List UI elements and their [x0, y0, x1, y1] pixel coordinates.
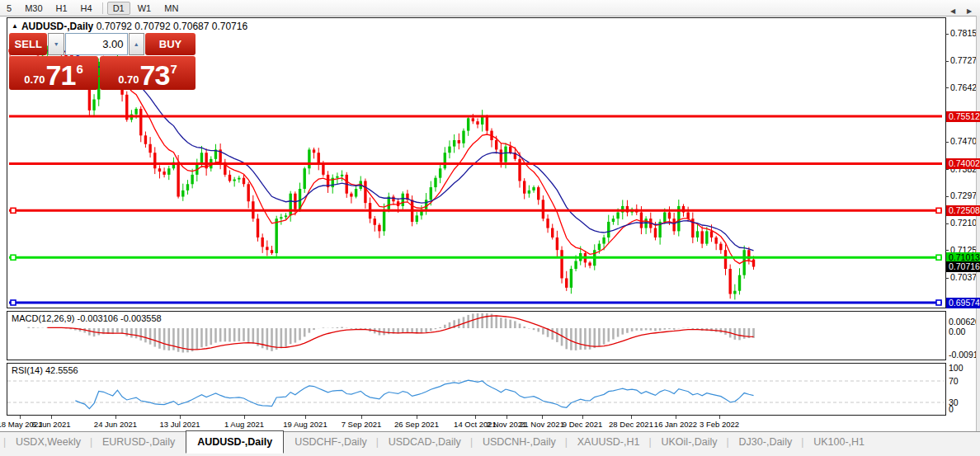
window-edge-strip: [976, 16, 980, 431]
main-price-chart[interactable]: ▲AUDUSD-,Daily 0.70792 0.70792 0.70687 0…: [7, 17, 946, 308]
date-tick: [244, 416, 245, 419]
macd-axis-label: 0.00: [949, 327, 979, 336]
rsi-label: RSI(14) 42.5556: [12, 365, 78, 375]
tab-scroll-left-icon[interactable]: ◀: [950, 7, 955, 15]
macd-axis-label: -0.0091935: [949, 350, 979, 360]
ask-price-display[interactable]: 0.70 73 7: [100, 56, 196, 90]
rsi-indicator-panel[interactable]: RSI(14) 42.5556: [7, 363, 946, 416]
date-axis-label: 7 Sep 2021: [342, 420, 382, 429]
price-axis-tick: [945, 278, 949, 279]
quote-header: ▲AUDUSD-,Daily 0.70792 0.70792 0.70687 0…: [12, 21, 247, 32]
bid-price-prefix: 0.70: [24, 73, 45, 86]
one-click-trading-panel: SELL ▼ 3.00 ▲ BUY 0.70 71 6 0.70 73 7: [9, 33, 196, 90]
date-axis-label: 1 Aug 2021: [224, 420, 264, 429]
price-axis-tick: [945, 87, 949, 88]
collapse-arrow-icon[interactable]: ▲: [12, 22, 18, 30]
lot-decrease-button[interactable]: ▼: [48, 33, 64, 55]
date-axis-label: 24 Jun 2021: [94, 420, 137, 429]
price-axis-tick: [945, 250, 949, 251]
date-axis-label: 3 Feb 2022: [700, 420, 739, 429]
chart-tab[interactable]: UK100-,H1: [803, 432, 875, 452]
price-axis-tick: [945, 223, 949, 224]
date-axis-label: 9 Dec 2021: [563, 420, 603, 429]
level-price-tag: 0.69574: [946, 298, 980, 308]
price-axis-tick: [945, 169, 949, 170]
price-axis-tick: [945, 196, 949, 197]
lot-size-input[interactable]: 3.00: [65, 33, 128, 55]
date-axis-label: 28 Dec 2021: [609, 420, 653, 429]
timeframe-button[interactable]: D1: [107, 2, 130, 15]
date-tick: [20, 416, 21, 419]
level-price-tag: 0.72508: [946, 205, 980, 216]
date-tick: [676, 416, 676, 419]
chart-tab[interactable]: EURUSD-,Daily: [92, 432, 186, 452]
price-axis-tick: [945, 142, 949, 143]
price-axis-tick: [945, 61, 949, 62]
macd-label: MACD(12,26,9) -0.003106 -0.003558: [12, 313, 162, 323]
timeframe-button[interactable]: M30: [19, 2, 48, 15]
chart-tab[interactable]: USDCHF-,Daily: [284, 432, 378, 452]
date-axis-label: 19 Aug 2021: [283, 420, 327, 429]
macd-axis-label: 0.0062015: [949, 317, 979, 327]
current-price-tag: 0.70716: [946, 261, 980, 272]
ask-price-prefix: 0.70: [118, 73, 139, 86]
timeframe-button[interactable]: H4: [75, 2, 98, 15]
bid-price-big-digits: 71: [46, 61, 76, 89]
date-tick: [305, 416, 306, 419]
level-price-tag: 0.74002: [946, 158, 980, 169]
date-tick: [51, 416, 52, 419]
date-tick: [506, 416, 507, 419]
bid-price-display[interactable]: 0.70 71 6: [9, 56, 98, 90]
macd-indicator-panel[interactable]: MACD(12,26,9) -0.003106 -0.003558: [7, 311, 946, 360]
chart-tab[interactable]: USDX,Weekly: [5, 432, 92, 452]
ask-price-pipette: 7: [170, 62, 177, 76]
rsi-canvas: [7, 364, 944, 413]
chart-tab[interactable]: USDCNH-,Daily: [472, 432, 567, 452]
chart-tab-bar: USDX,Weekly EURUSD-,Daily AUDUSD-,Daily …: [0, 431, 980, 456]
date-tick: [582, 416, 583, 419]
buy-button[interactable]: BUY: [145, 33, 196, 55]
chart-tab[interactable]: UKOil-,Daily: [651, 432, 728, 452]
tab-scroll-right-icon[interactable]: ▶: [967, 7, 972, 15]
rsi-axis-label: 100: [949, 363, 979, 373]
date-tick: [631, 416, 632, 419]
rsi-axis-label: 0: [949, 404, 979, 414]
timeframe-button[interactable]: 5: [1, 2, 17, 15]
date-tick: [417, 416, 417, 419]
rsi-axis-label: 70: [949, 376, 979, 386]
symbol-timeframe-label: AUDUSD-,Daily: [21, 21, 93, 32]
date-tick: [115, 416, 116, 419]
date-tick: [719, 416, 720, 419]
toolbar-separator: [102, 2, 103, 14]
date-tick: [180, 416, 181, 419]
date-tick: [475, 416, 476, 419]
chart-tab[interactable]: AUDUSD-,Daily: [186, 430, 284, 454]
chart-tab[interactable]: XAUUSD-,H1: [567, 432, 651, 452]
date-axis-label: 13 Jul 2021: [159, 420, 200, 429]
date-tick: [361, 416, 362, 419]
price-axis-tick: [945, 34, 949, 35]
timeframe-button[interactable]: MN: [158, 2, 184, 15]
bid-price-pipette: 6: [76, 62, 82, 76]
date-axis-label: 16 Jan 2022: [654, 420, 697, 429]
date-axis: 18 May 20216 Jun 202124 Jun 202113 Jul 2…: [0, 416, 980, 431]
chart-tab[interactable]: USDCAD-,Daily: [378, 432, 472, 452]
chart-tab[interactable]: DJ30-,Daily: [728, 432, 803, 452]
timeframe-button[interactable]: H1: [50, 2, 73, 15]
date-tick: [542, 416, 543, 419]
trading-platform-window: { "toolbar": { "timeframes": [ {"label":…: [0, 0, 980, 456]
sell-button[interactable]: SELL: [9, 33, 47, 55]
ask-price-big-digits: 73: [140, 61, 170, 89]
timeframe-button[interactable]: W1: [132, 2, 158, 15]
date-axis-label: 21 Nov 2021: [520, 420, 564, 429]
date-axis-label: 26 Sep 2021: [394, 420, 439, 429]
timeframe-toolbar: 5 M30 H1 H4 D1 W1 MN: [0, 0, 980, 16]
lot-increase-button[interactable]: ▲: [129, 33, 144, 55]
ohlc-values: 0.70792 0.70792 0.70687 0.70716: [97, 21, 248, 32]
date-axis-label: 6 Jun 2021: [31, 420, 70, 429]
level-price-tag: 0.75512: [946, 111, 980, 122]
